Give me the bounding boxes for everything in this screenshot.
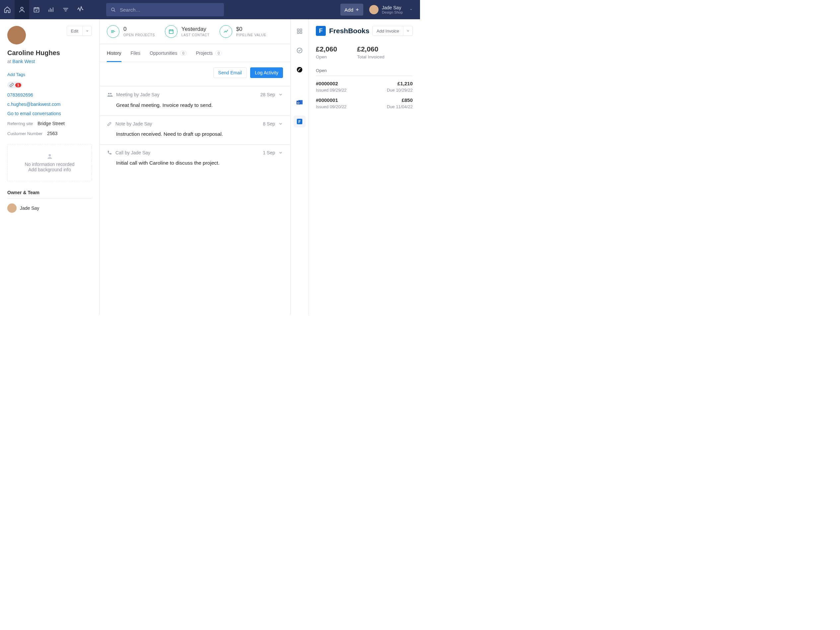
rail-outlook[interactable]: O: [294, 96, 306, 108]
stats-bar: 0 OPEN PROJECTS Yesterday LAST CONTACT: [99, 19, 290, 44]
history-entry[interactable]: Call by Jade Say 1 Sep Initial call with…: [99, 144, 290, 173]
rail-freshbooks[interactable]: F: [294, 116, 306, 127]
trend-icon: [219, 25, 232, 38]
add-button[interactable]: Add: [340, 4, 363, 16]
history-entry[interactable]: Note by Jade Say 8 Sep Instruction recei…: [99, 116, 290, 144]
svg-rect-8: [300, 29, 302, 30]
nav-reports[interactable]: [44, 0, 58, 19]
contact-phone[interactable]: 0783692696: [7, 92, 92, 98]
referring-site-field: Referring site Bridge Street: [7, 121, 92, 126]
activity-panel: 0 OPEN PROJECTS Yesterday LAST CONTACT: [99, 19, 291, 315]
svg-point-2: [112, 8, 114, 11]
nav-calendar[interactable]: [29, 0, 44, 19]
stat-open-projects[interactable]: 0 OPEN PROJECTS: [107, 25, 155, 38]
svg-text:F: F: [298, 119, 300, 124]
add-tags-link[interactable]: Add Tags: [7, 72, 92, 77]
history-entry[interactable]: Meeting by Jade Say 28 Sep Great final m…: [99, 86, 290, 116]
integration-rail: O F: [291, 19, 308, 315]
svg-point-6: [110, 93, 112, 95]
customer-number-field: Customer Number 2563: [7, 131, 92, 136]
freshbooks-logo: F FreshBooks: [316, 26, 369, 36]
tab-projects[interactable]: Projects 0: [196, 44, 222, 62]
calendar-icon: [165, 25, 177, 38]
invoice-row[interactable]: #0000001 Issued 09/20/22 £850 Due 11/04/…: [316, 93, 413, 109]
tab-history[interactable]: History: [107, 44, 122, 62]
rail-apps[interactable]: [294, 25, 306, 37]
summary-total: £2,060 Total Invoiced: [357, 45, 385, 59]
svg-point-0: [21, 7, 23, 9]
note-icon: [107, 121, 112, 127]
top-nav: Add Jade Say Design Shop: [0, 0, 420, 19]
meeting-icon: [107, 92, 113, 98]
nav-pipeline[interactable]: [58, 0, 73, 19]
svg-rect-7: [297, 29, 299, 30]
global-search[interactable]: [106, 3, 224, 16]
summary-open: £2,060 Open: [316, 45, 337, 59]
search-icon: [111, 7, 116, 12]
activity-tabs: History Files Opportunities 0 Projects 0: [99, 44, 290, 62]
background-info-box[interactable]: No information recorded Add background i…: [7, 144, 92, 181]
chevron-down-icon: [85, 29, 89, 33]
company-link[interactable]: Bank West: [13, 59, 35, 64]
svg-point-13: [298, 70, 299, 71]
invoice-row[interactable]: #0000002 Issued 09/29/22 £1,210 Due 10/2…: [316, 76, 413, 93]
nav-contacts[interactable]: [14, 0, 29, 19]
tracked-count: 1: [15, 83, 21, 87]
add-button-label: Add: [344, 7, 353, 13]
contact-name: Caroline Hughes: [7, 49, 92, 57]
contact-sidebar: Edit Caroline Hughes at Bank West Add Ta…: [0, 19, 99, 315]
add-invoice-menu[interactable]: [403, 26, 413, 36]
send-email-button[interactable]: Send Email: [213, 67, 247, 78]
stat-last-contact[interactable]: Yesterday LAST CONTACT: [165, 25, 210, 38]
go-conversations-link[interactable]: Go to email conversations: [7, 111, 92, 116]
stat-pipeline[interactable]: $0 PIPELINE VALUE: [219, 25, 267, 38]
svg-text:O: O: [297, 101, 299, 104]
link-icon: [9, 83, 14, 87]
chevron-down-icon: [409, 8, 413, 11]
tab-files[interactable]: Files: [131, 44, 141, 62]
freshbooks-mark-icon: F: [316, 26, 326, 36]
owner-row[interactable]: Jade Say: [7, 203, 92, 213]
chevron-down-icon: [278, 150, 283, 155]
history-actions: Send Email Log Activity: [99, 62, 290, 86]
plus-icon: [355, 8, 359, 12]
edit-menu-button[interactable]: [83, 26, 92, 36]
chevron-down-icon: [278, 92, 283, 97]
workspace-name: Design Shop: [382, 10, 403, 14]
invoices-open-heading: Open: [316, 68, 413, 76]
add-invoice-button[interactable]: Add Invoice: [372, 26, 403, 36]
owner-name: Jade Say: [20, 206, 39, 211]
tracked-badge[interactable]: 1: [7, 82, 22, 88]
contact-email[interactable]: c.hughes@bankwest.com: [7, 101, 92, 107]
call-icon: [107, 150, 112, 155]
user-avatar: [369, 5, 379, 14]
svg-point-5: [108, 93, 110, 95]
svg-rect-9: [297, 32, 299, 33]
edit-button[interactable]: Edit: [67, 26, 83, 36]
contact-company: at Bank West: [7, 59, 92, 64]
log-activity-button[interactable]: Log Activity: [250, 67, 283, 78]
svg-rect-4: [169, 30, 173, 33]
nav-activity[interactable]: [73, 0, 88, 19]
chevron-down-icon: [406, 29, 410, 33]
owner-team-heading: Owner & Team: [7, 190, 92, 195]
chevron-down-icon: [278, 122, 283, 126]
nav-icon-group: [0, 0, 88, 19]
person-icon: [11, 153, 88, 160]
svg-rect-1: [34, 8, 39, 12]
nav-home[interactable]: [0, 0, 14, 19]
rail-feed[interactable]: [294, 64, 306, 76]
svg-point-11: [297, 48, 302, 53]
tab-opportunities[interactable]: Opportunities 0: [150, 44, 186, 62]
list-icon: [107, 25, 120, 38]
rail-tasks[interactable]: [294, 44, 306, 57]
owner-avatar: [7, 203, 17, 213]
user-menu[interactable]: Jade Say Design Shop: [369, 5, 416, 14]
svg-point-3: [49, 154, 51, 156]
user-name: Jade Say: [382, 5, 403, 10]
freshbooks-panel: F FreshBooks Add Invoice £2,060 Open £2,…: [308, 19, 420, 315]
svg-rect-10: [300, 32, 302, 33]
contact-avatar: [7, 26, 26, 44]
search-input[interactable]: [119, 6, 219, 13]
